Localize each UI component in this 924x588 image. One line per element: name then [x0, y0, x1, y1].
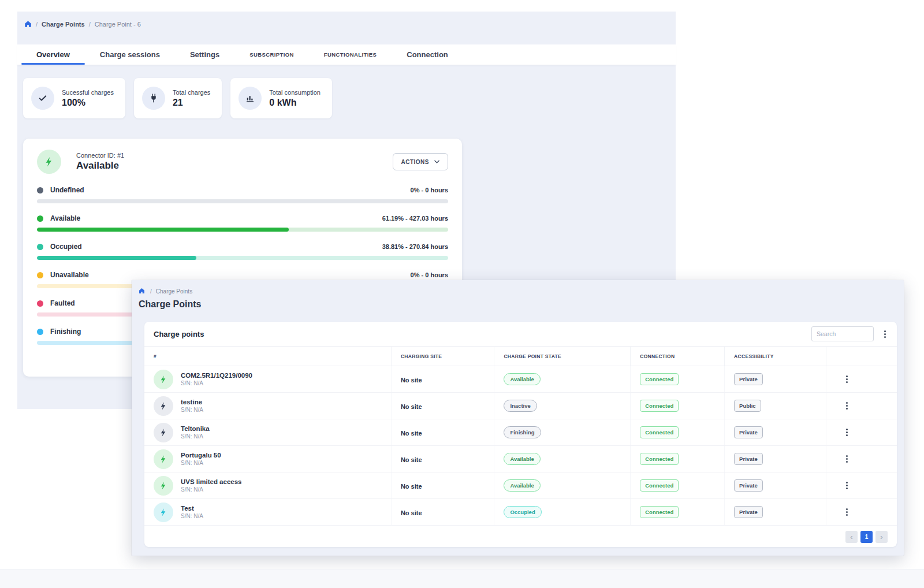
tab-connection[interactable]: Connection	[392, 44, 463, 65]
status-track	[37, 199, 448, 203]
actions-button-label: ACTIONS	[401, 159, 430, 165]
state-badge: Finishing	[504, 426, 541, 438]
charge-point-serial: S/N: N/A	[181, 407, 203, 413]
state-badge: Available	[504, 479, 540, 492]
row-kebab-icon[interactable]	[844, 507, 897, 518]
charge-point-serial: S/N: N/A	[181, 513, 203, 519]
status-track	[37, 228, 448, 232]
bolt-icon-green	[154, 449, 173, 469]
accessibility-badge: Private	[734, 426, 763, 438]
charging-site: No site	[401, 377, 422, 384]
pagination-page-1[interactable]: 1	[860, 531, 873, 543]
column-header-connection: CONNECTION	[631, 347, 725, 366]
row-kebab-icon[interactable]	[844, 374, 897, 385]
page-title: Charge Points	[132, 295, 904, 310]
status-fill	[37, 228, 289, 232]
charge-point-serial: S/N: N/A	[181, 380, 252, 386]
accessibility-badge: Private	[734, 479, 763, 492]
charging-site: No site	[401, 403, 422, 410]
stat-value: 0 kWh	[269, 98, 321, 108]
table-row[interactable]: Teltonika S/N: N/A No site Finishing Con…	[144, 419, 897, 446]
column-header-number: #	[144, 347, 391, 366]
home-icon[interactable]	[139, 288, 146, 295]
breadcrumb-separator: /	[89, 21, 91, 28]
home-icon[interactable]	[24, 20, 32, 28]
table-row[interactable]: COM2.5R1/1Q219/0090 S/N: N/A No site Ava…	[144, 366, 897, 393]
bolt-icon-gray	[154, 423, 173, 442]
state-badge: Occupied	[504, 506, 541, 518]
stat-value: 100%	[62, 98, 114, 108]
status-dot	[37, 187, 43, 193]
charging-site: No site	[401, 456, 422, 463]
row-kebab-icon[interactable]	[844, 453, 897, 464]
chart-icon	[239, 87, 262, 110]
tab-functionalities[interactable]: FUNCTIONALITIES	[309, 44, 392, 65]
charge-point-name: COM2.5R1/1Q219/0090	[181, 372, 252, 379]
stat-total-charges: Total charges 21	[134, 78, 222, 118]
tab-charge-sessions[interactable]: Charge sessions	[85, 44, 175, 65]
breadcrumb-item-charge-points[interactable]: Charge Points	[156, 288, 192, 295]
table-row[interactable]: UVS limited access S/N: N/A No site Avai…	[144, 472, 897, 499]
stat-total-consumption: Total consumption 0 kWh	[230, 78, 332, 118]
row-kebab-icon[interactable]	[844, 400, 897, 411]
column-header-actions	[826, 347, 897, 366]
stat-label: Sucessful charges	[62, 89, 114, 96]
breadcrumb-item-charge-points[interactable]: Charge Points	[42, 21, 85, 28]
charging-site: No site	[401, 430, 422, 437]
stat-value: 21	[173, 98, 210, 108]
connector-id-label: Connector ID: #1	[76, 152, 124, 159]
stat-successful-charges: Sucessful charges 100%	[23, 78, 125, 118]
connection-badge: Connected	[640, 373, 679, 385]
charging-site: No site	[401, 509, 422, 516]
status-dot	[37, 272, 43, 278]
column-header-state: CHARGE POINT STATE	[494, 347, 631, 366]
row-kebab-icon[interactable]	[844, 480, 897, 491]
table-row[interactable]: Test S/N: N/A No site Occupied Connected…	[144, 499, 897, 526]
status-name: Faulted	[50, 299, 75, 307]
search-input[interactable]	[811, 326, 874, 341]
state-badge: Available	[504, 453, 540, 465]
table-row[interactable]: testine S/N: N/A No site Inactive Connec…	[144, 393, 897, 419]
charge-point-name: Teltonika	[181, 425, 210, 432]
tab-settings[interactable]: Settings	[175, 44, 234, 65]
charge-points-table: # CHARGING SITE CHARGE POINT STATE CONNE…	[144, 346, 897, 526]
breadcrumb: / Charge Points	[132, 280, 904, 295]
connector-state: Available	[76, 160, 124, 172]
status-fill	[37, 256, 196, 260]
bolt-icon-green	[154, 476, 173, 496]
status-name: Occupied	[50, 243, 82, 251]
charge-point-name: UVS limited access	[181, 478, 241, 485]
row-kebab-icon[interactable]	[844, 427, 897, 438]
charge-point-name: testine	[181, 399, 203, 405]
status-name: Finishing	[50, 328, 81, 336]
connection-badge: Connected	[640, 479, 679, 492]
tab-subscription[interactable]: SUBSCRIPTION	[234, 44, 309, 65]
chevron-down-icon	[434, 160, 439, 163]
pagination-next-icon[interactable]: ›	[875, 531, 888, 543]
pagination: ‹ 1 ›	[144, 526, 897, 547]
pagination-prev-icon[interactable]: ‹	[845, 531, 858, 543]
accessibility-badge: Private	[734, 506, 763, 518]
status-name: Undefined	[50, 186, 84, 194]
charge-point-name: Test	[181, 505, 203, 512]
column-header-charging-site: CHARGING SITE	[391, 347, 494, 366]
stat-cards: Sucessful charges 100% Total charges 21	[23, 78, 332, 118]
tab-overview[interactable]: Overview	[21, 44, 85, 65]
table-options-kebab-icon[interactable]	[882, 329, 888, 340]
status-dot	[37, 329, 43, 335]
card-title: Charge points	[154, 330, 204, 338]
status-dot	[37, 215, 43, 222]
connection-badge: Connected	[640, 426, 679, 438]
status-row-undefined: Undefined 0% - 0 hours	[37, 186, 448, 203]
breadcrumb-separator: /	[150, 288, 152, 295]
connection-badge: Connected	[640, 506, 679, 518]
stat-label: Total charges	[173, 89, 210, 96]
column-header-accessibility: ACCESSIBILITY	[725, 347, 826, 366]
status-value: 0% - 0 hours	[411, 271, 448, 278]
check-icon	[31, 87, 54, 110]
tab-bar: Overview Charge sessions Settings SUBSCR…	[17, 44, 676, 65]
table-row[interactable]: Portugalu 50 S/N: N/A No site Available …	[144, 446, 897, 472]
status-dot	[37, 244, 43, 250]
actions-button[interactable]: ACTIONS	[393, 153, 449, 170]
charge-point-serial: S/N: N/A	[181, 433, 210, 440]
